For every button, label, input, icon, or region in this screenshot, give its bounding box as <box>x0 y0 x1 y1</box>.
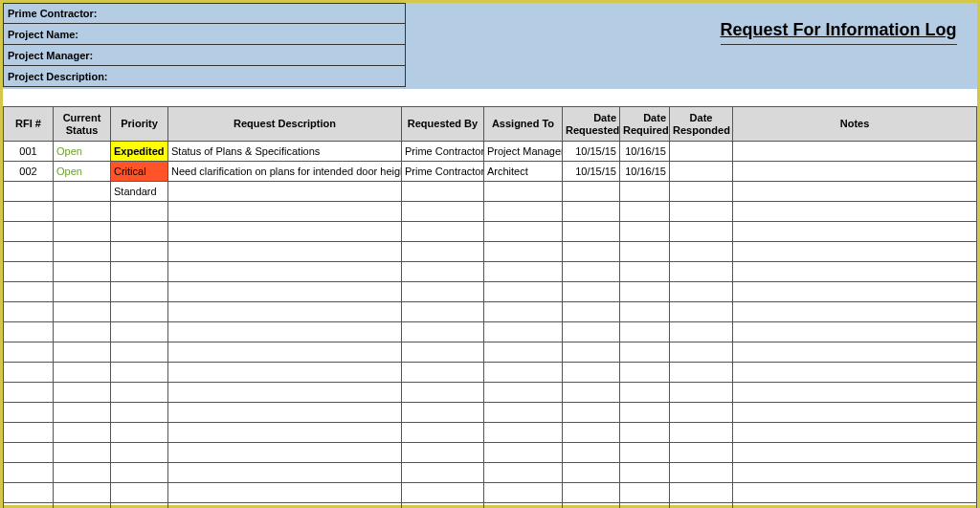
cell-rfi[interactable] <box>4 182 54 202</box>
cell-empty[interactable] <box>733 503 977 509</box>
cell-empty[interactable] <box>111 503 168 509</box>
meta-project-name[interactable]: Project Name: <box>3 24 406 45</box>
cell-empty[interactable] <box>54 443 111 463</box>
cell-empty[interactable] <box>402 282 484 302</box>
cell-empty[interactable] <box>670 222 733 242</box>
cell-empty[interactable] <box>168 423 402 443</box>
cell-empty[interactable] <box>4 463 54 483</box>
cell-empty[interactable] <box>563 242 620 262</box>
cell-empty[interactable] <box>733 423 977 443</box>
cell-empty[interactable] <box>111 443 168 463</box>
cell-empty[interactable] <box>168 262 402 282</box>
cell-empty[interactable] <box>402 222 484 242</box>
cell-empty[interactable] <box>563 443 620 463</box>
cell-rfi[interactable]: 001 <box>4 142 54 162</box>
cell-empty[interactable] <box>111 463 168 483</box>
cell-empty[interactable] <box>670 342 733 363</box>
cell-dateresp[interactable] <box>670 142 733 162</box>
cell-empty[interactable] <box>54 322 111 342</box>
cell-empty[interactable] <box>168 302 402 322</box>
cell-empty[interactable] <box>484 363 563 383</box>
cell-empty[interactable] <box>563 403 620 423</box>
cell-empty[interactable] <box>168 443 402 463</box>
cell-empty[interactable] <box>484 342 563 363</box>
cell-empty[interactable] <box>670 302 733 322</box>
cell-datereq[interactable]: 10/15/15 <box>563 162 620 182</box>
cell-empty[interactable] <box>4 202 54 222</box>
cell-desc[interactable] <box>168 182 402 202</box>
cell-empty[interactable] <box>111 423 168 443</box>
cell-empty[interactable] <box>168 503 402 509</box>
cell-empty[interactable] <box>4 282 54 302</box>
cell-empty[interactable] <box>484 322 563 342</box>
cell-empty[interactable] <box>670 503 733 509</box>
cell-empty[interactable] <box>484 222 563 242</box>
cell-datereq[interactable] <box>563 182 620 202</box>
cell-desc[interactable]: Status of Plans & Specifications <box>168 142 402 162</box>
cell-empty[interactable] <box>54 503 111 509</box>
cell-empty[interactable] <box>168 322 402 342</box>
cell-empty[interactable] <box>563 302 620 322</box>
cell-notes[interactable] <box>733 162 977 182</box>
cell-empty[interactable] <box>620 463 670 483</box>
cell-empty[interactable] <box>111 282 168 302</box>
cell-empty[interactable] <box>563 423 620 443</box>
cell-empty[interactable] <box>402 302 484 322</box>
cell-empty[interactable] <box>484 242 563 262</box>
cell-empty[interactable] <box>54 363 111 383</box>
cell-empty[interactable] <box>402 383 484 403</box>
cell-reqby[interactable]: Prime Contractor <box>402 142 484 162</box>
cell-empty[interactable] <box>733 202 977 222</box>
cell-empty[interactable] <box>670 282 733 302</box>
cell-datereq2[interactable]: 10/16/15 <box>620 142 670 162</box>
cell-empty[interactable] <box>563 503 620 509</box>
cell-empty[interactable] <box>620 483 670 503</box>
cell-empty[interactable] <box>168 222 402 242</box>
cell-empty[interactable] <box>563 262 620 282</box>
cell-empty[interactable] <box>168 342 402 363</box>
cell-empty[interactable] <box>733 322 977 342</box>
cell-empty[interactable] <box>168 363 402 383</box>
cell-empty[interactable] <box>670 262 733 282</box>
cell-empty[interactable] <box>484 403 563 423</box>
cell-empty[interactable] <box>620 423 670 443</box>
cell-empty[interactable] <box>733 483 977 503</box>
cell-datereq2[interactable] <box>620 182 670 202</box>
cell-notes[interactable] <box>733 142 977 162</box>
cell-empty[interactable] <box>111 363 168 383</box>
cell-priority[interactable]: Standard <box>111 182 168 202</box>
cell-empty[interactable] <box>563 383 620 403</box>
cell-empty[interactable] <box>484 302 563 322</box>
cell-empty[interactable] <box>54 483 111 503</box>
cell-empty[interactable] <box>620 322 670 342</box>
cell-empty[interactable] <box>54 383 111 403</box>
cell-empty[interactable] <box>670 483 733 503</box>
cell-empty[interactable] <box>4 383 54 403</box>
cell-empty[interactable] <box>670 383 733 403</box>
cell-empty[interactable] <box>484 262 563 282</box>
cell-empty[interactable] <box>4 363 54 383</box>
cell-empty[interactable] <box>484 443 563 463</box>
cell-empty[interactable] <box>620 342 670 363</box>
cell-empty[interactable] <box>54 222 111 242</box>
cell-empty[interactable] <box>402 403 484 423</box>
cell-assigned[interactable]: Project Manager <box>484 142 563 162</box>
cell-empty[interactable] <box>620 403 670 423</box>
cell-empty[interactable] <box>4 242 54 262</box>
cell-empty[interactable] <box>620 262 670 282</box>
cell-empty[interactable] <box>620 383 670 403</box>
cell-empty[interactable] <box>4 222 54 242</box>
cell-dateresp[interactable] <box>670 182 733 202</box>
cell-datereq2[interactable]: 10/16/15 <box>620 162 670 182</box>
cell-empty[interactable] <box>484 463 563 483</box>
cell-empty[interactable] <box>111 242 168 262</box>
cell-empty[interactable] <box>620 443 670 463</box>
cell-empty[interactable] <box>484 503 563 509</box>
cell-empty[interactable] <box>111 302 168 322</box>
cell-empty[interactable] <box>4 503 54 509</box>
cell-empty[interactable] <box>620 202 670 222</box>
cell-empty[interactable] <box>733 302 977 322</box>
cell-empty[interactable] <box>168 282 402 302</box>
cell-empty[interactable] <box>733 342 977 363</box>
meta-prime-contractor[interactable]: Prime Contractor: <box>3 3 406 24</box>
